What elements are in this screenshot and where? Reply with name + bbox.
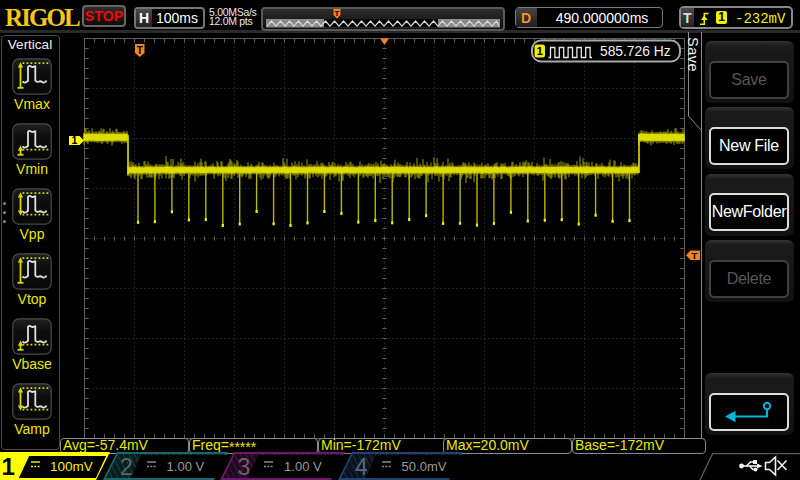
svg-text:T: T <box>137 45 143 56</box>
svg-text:1: 1 <box>72 134 78 146</box>
svg-text:1: 1 <box>536 45 543 57</box>
svg-text:585.726 Hz: 585.726 Hz <box>600 44 671 59</box>
svg-text:T: T <box>691 250 697 261</box>
